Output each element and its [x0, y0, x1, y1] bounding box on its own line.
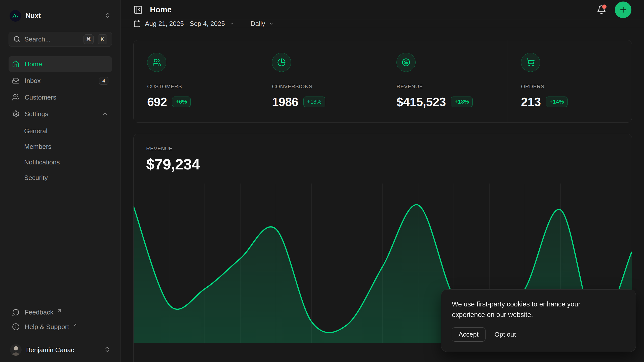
stat-value: 213	[521, 95, 541, 109]
sidebar-item-inbox[interactable]: Inbox 4	[9, 73, 112, 88]
chevron-up-icon	[102, 111, 108, 117]
nuxt-logo-icon	[10, 10, 21, 22]
stat-delta-badge: +18%	[451, 97, 473, 107]
chevron-down-icon	[268, 21, 274, 27]
help-support-label: Help & Support	[25, 323, 69, 331]
cookie-banner: We use first-party cookies to enhance yo…	[441, 289, 636, 352]
user-name: Benjamin Canac	[26, 346, 74, 354]
stat-label: REVENUE	[396, 83, 494, 89]
home-icon	[12, 60, 20, 68]
subnav-label: Members	[24, 143, 51, 151]
org-name: Nuxt	[26, 12, 41, 20]
search-input[interactable]: Search... ⌘ K	[9, 32, 112, 47]
sidebar-nav: Home Inbox 4 Customers Settings General	[9, 56, 112, 186]
sidebar-item-members[interactable]: Members	[24, 139, 112, 154]
stat-label: CUSTOMERS	[147, 83, 245, 89]
page-title: Home	[150, 5, 172, 14]
stat-card-customers[interactable]: CUSTOMERS 692 +6%	[134, 40, 258, 122]
info-icon	[12, 323, 20, 331]
stat-value: 1986	[272, 95, 298, 109]
external-link-icon	[57, 308, 62, 313]
date-range-value: Aug 21, 2025 - Sep 4, 2025	[145, 20, 225, 28]
users-icon	[12, 94, 20, 101]
sidebar-footer: Feedback Help & Support	[9, 305, 112, 338]
sidebar-item-home[interactable]: Home	[9, 56, 112, 72]
gear-icon	[12, 110, 20, 118]
user-menu[interactable]: Benjamin Canac	[9, 338, 112, 362]
sidebar-item-settings[interactable]: Settings	[9, 106, 112, 122]
panel-left-collapse-icon[interactable]	[133, 5, 143, 15]
filter-bar: Aug 21, 2025 - Sep 4, 2025 Daily	[121, 20, 644, 28]
search-icon	[13, 36, 20, 43]
sidebar-item-customers[interactable]: Customers	[9, 89, 112, 105]
add-button[interactable]	[615, 2, 631, 18]
stat-delta-badge: +14%	[546, 97, 568, 107]
users-icon	[147, 53, 166, 72]
stat-delta-badge: +13%	[303, 97, 325, 107]
cookie-actions: Accept Opt out	[452, 327, 625, 342]
chevron-down-icon	[229, 21, 235, 27]
stat-label: CONVERSIONS	[272, 83, 369, 89]
external-link-icon	[72, 323, 77, 328]
revenue-label: REVENUE	[146, 146, 619, 152]
k-kbd: K	[98, 34, 107, 44]
org-switcher[interactable]: Nuxt	[9, 0, 112, 32]
sidebar-item-notifications[interactable]: Notifications	[24, 154, 112, 170]
plus-icon	[619, 6, 627, 14]
sidebar-spacer	[9, 186, 112, 305]
stats-row: CUSTOMERS 692 +6% CONVERSIONS 1986 +13%	[133, 40, 632, 123]
revenue-value: $79,234	[146, 156, 619, 173]
sidebar-item-security[interactable]: Security	[24, 170, 112, 186]
avatar	[10, 344, 22, 356]
chevrons-up-down-icon	[104, 12, 111, 20]
sidebar-item-label: Settings	[25, 110, 48, 118]
feedback-link[interactable]: Feedback	[9, 305, 112, 320]
message-bubble-icon	[12, 308, 20, 316]
header-actions	[597, 2, 631, 18]
granularity-select[interactable]: Daily	[251, 20, 274, 28]
stat-value: 692	[147, 95, 167, 109]
command-kbd: ⌘	[84, 34, 94, 44]
sidebar-item-label: Customers	[25, 94, 56, 101]
pie-chart-icon	[272, 53, 291, 72]
main-header: Home	[121, 0, 644, 20]
cart-icon	[521, 53, 540, 72]
revenue-chart-header: REVENUE $79,234	[134, 134, 632, 173]
search-placeholder: Search...	[24, 35, 79, 43]
accept-button[interactable]: Accept	[452, 327, 486, 342]
stat-value: $415,523	[396, 95, 446, 109]
user-block: Benjamin Canac	[0, 338, 120, 362]
stat-card-orders[interactable]: ORDERS 213 +14%	[507, 40, 632, 122]
stat-card-revenue[interactable]: REVENUE $415,523 +18%	[383, 40, 507, 122]
sidebar-item-label: Home	[25, 60, 42, 68]
subnav-label: General	[24, 127, 48, 135]
inbox-icon	[12, 77, 20, 84]
stat-delta-badge: +6%	[172, 97, 191, 107]
settings-subnav: General Members Notifications Security	[16, 123, 112, 186]
stat-card-conversions[interactable]: CONVERSIONS 1986 +13%	[258, 40, 383, 122]
subnav-label: Security	[24, 174, 48, 182]
feedback-label: Feedback	[25, 308, 53, 316]
opt-out-button[interactable]: Opt out	[495, 331, 516, 338]
inbox-count-badge: 4	[99, 77, 108, 85]
calendar-icon	[133, 20, 141, 27]
date-range-picker[interactable]: Aug 21, 2025 - Sep 4, 2025	[133, 20, 235, 28]
notifications-button[interactable]	[597, 5, 606, 15]
subnav-label: Notifications	[24, 158, 60, 166]
stat-label: ORDERS	[521, 83, 618, 89]
dollar-circle-icon	[396, 53, 416, 72]
chevrons-up-down-icon	[104, 346, 110, 354]
cookie-message: We use first-party cookies to enhance yo…	[452, 299, 609, 320]
sidebar: Nuxt Search... ⌘ K Home Inbox 4	[0, 0, 121, 362]
sidebar-item-general[interactable]: General	[24, 123, 112, 139]
sidebar-item-label: Inbox	[25, 77, 41, 85]
help-support-link[interactable]: Help & Support	[9, 320, 112, 334]
granularity-value: Daily	[251, 20, 265, 28]
notification-dot	[602, 5, 607, 9]
